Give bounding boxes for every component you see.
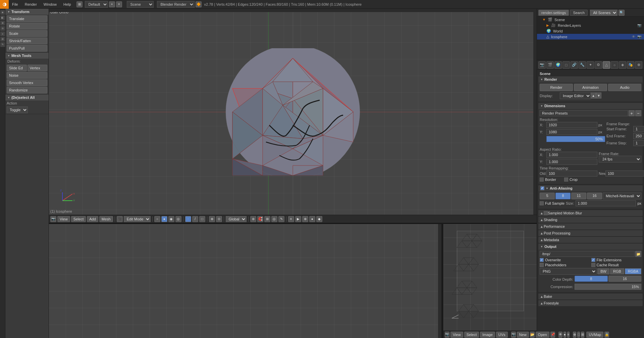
uv-open-icon[interactable]: 📂 (530, 332, 535, 338)
uv-lock-icon[interactable]: 🔒 (604, 332, 609, 338)
prop-icon-scene2[interactable]: 🎭 (627, 61, 634, 69)
viewport-3d[interactable]: User Ortho (1) Icosphere X Y Z (49, 9, 537, 215)
prop-icon-scene[interactable]: 🎬 (546, 61, 554, 69)
placeholders-checkbox[interactable] (540, 263, 544, 267)
toolbar-icon-5[interactable]: ≡ (0, 31, 5, 36)
toolbar-icon-6[interactable]: ⊞ (0, 37, 5, 42)
prop-icon-world2[interactable]: ⊕ (635, 61, 642, 69)
uv-select-btn[interactable]: Select (464, 332, 479, 338)
grease-pencil-icon[interactable]: ✎ (278, 216, 284, 222)
keying-icon[interactable]: ◆ (316, 216, 322, 222)
rgba-btn[interactable]: RGBA (625, 268, 641, 274)
toolbar-icon-3[interactable]: ⊕ (0, 21, 5, 25)
render-btn[interactable]: Render (540, 84, 573, 91)
uv-snap-icon[interactable]: ⊕ (573, 332, 576, 338)
aa-16-btn[interactable]: 16 (587, 193, 602, 199)
prop-icon-render[interactable]: 📷 (538, 61, 546, 69)
snapping-icon[interactable]: ⊕ (209, 216, 215, 222)
3d-bottom-scroll[interactable] (438, 224, 441, 338)
start-frame-field[interactable] (633, 126, 644, 132)
face-mode-icon[interactable]: □ (199, 216, 205, 222)
audio-btn[interactable]: Audio (608, 84, 641, 91)
remove-layout-btn[interactable]: × (116, 1, 122, 7)
animation-btn[interactable]: Animation (574, 84, 607, 91)
outliner-item-renderlayers[interactable]: ▶ 🎥 RenderLayers 📷 (537, 22, 644, 28)
cd-8-btn[interactable]: 8 (575, 276, 608, 282)
mirror-icon[interactable]: ⊞ (264, 216, 270, 222)
bake-header[interactable]: ▶ Bake (538, 293, 643, 299)
onion-skin-icon[interactable]: ◎ (271, 216, 277, 222)
aspect-y-field[interactable] (546, 159, 597, 165)
presets-minus-btn[interactable]: − (635, 110, 641, 116)
camera-icon[interactable]: 🎥 (117, 216, 123, 222)
res-percent-field[interactable]: 50% (546, 136, 605, 142)
view-menu-btn[interactable]: View (57, 216, 70, 222)
layout-selector[interactable]: Default (85, 1, 108, 8)
crop-checkbox[interactable] (564, 178, 568, 182)
rendered-btn[interactable]: ◎ (175, 216, 181, 222)
dimensions-header[interactable]: ▼ Dimensions (538, 103, 643, 109)
edit-mode-select[interactable]: Edit Mode (124, 216, 151, 222)
motion-blur-header[interactable]: ▶ Sampled Motion Blur (538, 210, 643, 216)
new-field[interactable] (605, 171, 644, 177)
output-browse-btn[interactable]: 📁 (635, 251, 641, 257)
uv-camera-icon[interactable]: 📷 (445, 332, 449, 338)
layout-icon[interactable]: ⊞ (76, 1, 83, 7)
add-menu-btn[interactable]: Add (87, 216, 98, 222)
noise-btn[interactable]: Noise (7, 72, 47, 79)
toolbar-icon-4[interactable]: ⊖ (0, 26, 5, 31)
uv-image-btn[interactable]: Image (480, 332, 495, 338)
presets-plus-btn[interactable]: + (629, 110, 635, 116)
view-layers-icon[interactable]: ⊕ (302, 216, 308, 222)
scenes-select[interactable]: All Scenes (590, 10, 618, 16)
menu-help[interactable]: Help (60, 0, 74, 8)
fps-select[interactable]: 24 fps (599, 156, 641, 162)
transform-orientation-select[interactable]: Global (226, 216, 247, 222)
uv-uvs-btn[interactable]: UVs (496, 332, 508, 338)
select-menu-btn[interactable]: Select (71, 216, 86, 222)
uv-view-btn[interactable]: View (450, 332, 463, 338)
randomize-btn[interactable]: Randomize (7, 87, 47, 93)
aa-11-btn[interactable]: 11 (571, 193, 586, 199)
frame-step-field[interactable] (633, 140, 644, 146)
menu-window[interactable]: Window (40, 0, 60, 8)
view-tab[interactable]: render-settings (538, 10, 569, 16)
pivot-icon[interactable]: ⊛ (250, 216, 256, 222)
overwrite-checkbox[interactable]: ✓ (540, 258, 544, 262)
compression-value[interactable]: 15% (575, 284, 641, 290)
solid-btn[interactable]: ● (161, 216, 167, 222)
viewport-scroll-top[interactable] (49, 9, 533, 12)
vertex-mode-icon[interactable]: · (185, 216, 191, 222)
freestyle-header[interactable]: ▶ Freestyle (538, 300, 643, 306)
border-checkbox[interactable] (540, 178, 544, 182)
prop-icon-material[interactable]: ○ (611, 61, 618, 69)
cache-result-checkbox[interactable] (591, 263, 595, 267)
menu-render[interactable]: Render (21, 0, 40, 8)
uv-view-icon[interactable]: 👁 (558, 332, 562, 338)
prop-icon-object[interactable]: □ (562, 61, 570, 69)
render-engine-selector[interactable]: Blender Render (157, 1, 195, 8)
uv-open-btn[interactable]: Open (536, 332, 549, 338)
shrink-fatten-btn[interactable]: Shrink/Fatten (7, 38, 47, 44)
texture-btn[interactable]: ◉ (168, 216, 174, 222)
format-select[interactable]: PNG (540, 268, 597, 275)
outliner-item-world[interactable]: 🌍 World (537, 28, 644, 34)
uvmap-label[interactable]: UVMap (586, 332, 603, 338)
render-section-header[interactable]: ▼ Render (538, 76, 643, 82)
scale-btn[interactable]: Scale (7, 30, 47, 37)
add-layout-btn[interactable]: + (109, 1, 115, 7)
scene-selector[interactable]: Scene (127, 1, 154, 8)
search-tab[interactable]: Search (570, 10, 588, 16)
render-icon[interactable]: ▶ (295, 216, 301, 222)
mesh-menu-btn[interactable]: Mesh (99, 216, 113, 222)
end-frame-field[interactable] (633, 133, 644, 139)
slide-ed-btn[interactable]: Slide Ed (7, 65, 27, 71)
performance-header[interactable]: ▶ Performance (538, 223, 643, 229)
old-field[interactable] (546, 171, 597, 177)
presets-field[interactable] (540, 110, 628, 116)
uv-editor[interactable] (443, 224, 537, 331)
shading-header[interactable]: ▶ Shading (538, 217, 643, 223)
outliner-item-icosphere[interactable]: △ Icosphere 👁 📷 (537, 34, 644, 40)
uv-overlay-icon[interactable]: ≡ (567, 332, 570, 338)
display-up-arrow[interactable]: ▲ (591, 92, 596, 98)
